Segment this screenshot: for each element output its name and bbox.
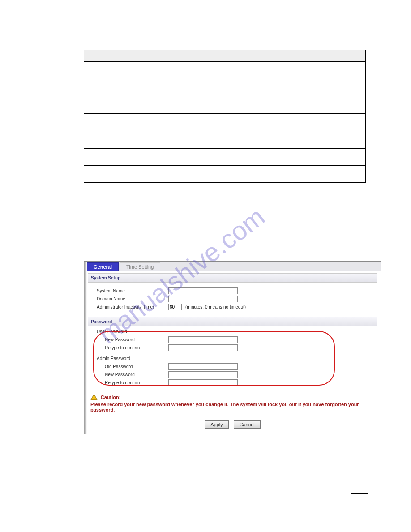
section-password: Password bbox=[88, 317, 377, 326]
table-cell bbox=[84, 137, 140, 149]
tab-time-setting[interactable]: Time Setting bbox=[120, 262, 160, 271]
table-cell bbox=[84, 166, 140, 183]
table-cell bbox=[84, 149, 140, 166]
table-cell bbox=[84, 125, 140, 137]
section-system-setup: System Setup bbox=[88, 273, 377, 283]
fields-table bbox=[84, 50, 366, 183]
table-cell bbox=[84, 62, 140, 73]
domain-name-input[interactable] bbox=[168, 296, 238, 302]
cancel-button[interactable]: Cancel bbox=[234, 420, 261, 429]
table-header bbox=[140, 50, 366, 62]
tab-bar: General Time Setting bbox=[84, 262, 381, 271]
table-cell bbox=[84, 73, 140, 85]
table-cell bbox=[140, 62, 366, 73]
user-new-password-label: New Password bbox=[97, 337, 168, 342]
user-retype-input[interactable] bbox=[168, 344, 238, 351]
screenshot-panel: General Time Setting System Setup System… bbox=[84, 261, 381, 434]
table-header bbox=[84, 50, 140, 62]
caution-text: Please record your new password whenever… bbox=[90, 402, 375, 412]
inactivity-timer-input[interactable] bbox=[168, 304, 182, 310]
table-cell bbox=[84, 114, 140, 125]
apply-button[interactable]: Apply bbox=[205, 420, 229, 429]
user-new-password-input[interactable] bbox=[168, 336, 238, 343]
admin-old-password-input[interactable] bbox=[168, 363, 238, 370]
user-password-label: User Password bbox=[97, 329, 381, 334]
admin-old-password-label: Old Password bbox=[97, 364, 168, 369]
svg-rect-2 bbox=[94, 399, 94, 399]
warning-icon bbox=[90, 394, 98, 401]
caution-block: Caution: Please record your new password… bbox=[84, 390, 381, 417]
admin-new-password-label: New Password bbox=[97, 372, 168, 377]
table-cell bbox=[140, 125, 366, 137]
svg-rect-1 bbox=[94, 396, 94, 398]
domain-name-label: Domain Name bbox=[97, 296, 168, 301]
table-cell bbox=[140, 114, 366, 125]
inactivity-timer-hint: (minutes, 0 means no timeout) bbox=[185, 305, 246, 309]
table-cell bbox=[84, 85, 140, 114]
table-cell bbox=[140, 137, 366, 149]
top-rule bbox=[43, 25, 368, 25]
table-cell bbox=[140, 166, 366, 183]
admin-new-password-input[interactable] bbox=[168, 371, 238, 378]
tab-general[interactable]: General bbox=[87, 262, 119, 271]
page-number-box bbox=[351, 493, 368, 511]
system-setup-form: System Name Domain Name Administrator In… bbox=[84, 283, 381, 315]
table-cell bbox=[140, 73, 366, 85]
admin-retype-input[interactable] bbox=[168, 379, 238, 386]
bottom-rule bbox=[43, 502, 344, 502]
caution-title: Caution: bbox=[101, 395, 121, 400]
admin-retype-label: Retype to confirm bbox=[97, 380, 168, 385]
user-retype-label: Retype to confirm bbox=[97, 345, 168, 350]
table-cell bbox=[140, 85, 366, 114]
table-cell bbox=[140, 149, 366, 166]
system-name-input[interactable] bbox=[168, 287, 238, 294]
inactivity-timer-label: Administrator Inactivity Timer bbox=[97, 305, 168, 309]
button-bar: Apply Cancel bbox=[84, 417, 381, 434]
system-name-label: System Name bbox=[97, 288, 168, 293]
admin-password-label: Admin Password bbox=[97, 356, 381, 361]
